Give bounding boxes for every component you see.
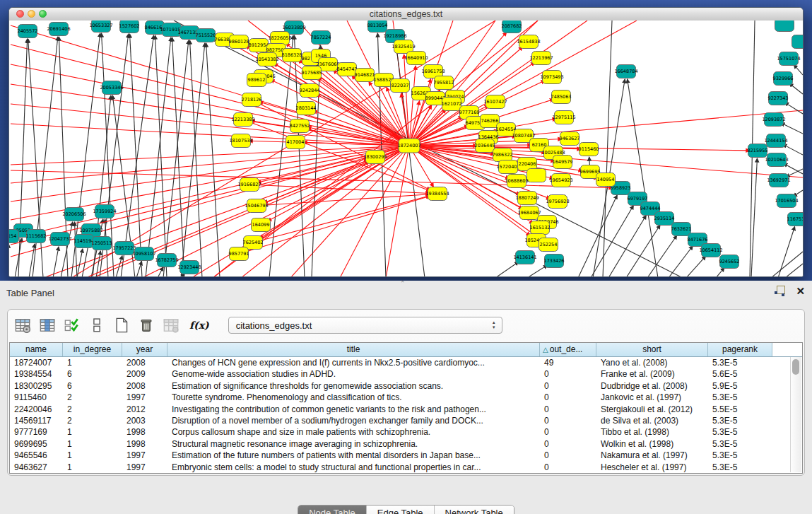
table-panel-body: f(x)citations_edges.txt▲▼ namein_degreey…: [7, 309, 805, 476]
cell-out_de: 0: [540, 426, 596, 438]
network-edge: [686, 256, 706, 276]
vertical-scrollbar[interactable]: [790, 357, 801, 472]
cell-year: 1998: [122, 426, 167, 438]
network-node-label: 12042737: [48, 236, 71, 242]
merge-rows-icon[interactable]: [88, 316, 106, 334]
table-row[interactable]: 911546021997Tourette syndrome. Phenomeno…: [10, 392, 802, 403]
network-edge: [409, 66, 416, 146]
network-node-label: 17016504: [775, 198, 798, 204]
cell-year: 2003: [122, 415, 167, 426]
network-node-label: 15720407: [496, 164, 519, 170]
network-canvas[interactable]: 2405572206914061065332715276028466160107…: [9, 21, 803, 276]
network-node-label: 2803144: [296, 105, 317, 111]
cell-title: Changes of HCN gene expression and I(f) …: [167, 357, 540, 368]
network-node-label: 9115460: [579, 146, 599, 152]
select-columns-icon[interactable]: [38, 316, 57, 334]
network-node-label: 14136141: [513, 255, 536, 260]
column-header-year[interactable]: year: [122, 343, 167, 356]
cell-title: Genome-wide association studies in ADHD.: [167, 368, 540, 380]
network-edge: [386, 146, 409, 276]
table-row[interactable]: 1456911722003Disruption of a novel membe…: [10, 415, 802, 426]
cell-name: 19384554: [10, 368, 63, 380]
close-panel-icon[interactable]: ✕: [796, 286, 805, 296]
cell-out_de: 0: [540, 462, 596, 473]
table-tab-bar: Node TableEdge TableNetwork Table: [8, 505, 804, 514]
cell-short: Tibbo et al. (1998): [596, 426, 708, 438]
table-row[interactable]: 969969511998Structural magnetic resonanc…: [10, 438, 802, 450]
network-node[interactable]: [792, 35, 804, 49]
table-selector-dropdown[interactable]: citations_edges.txt▲▼: [228, 317, 502, 334]
column-header-out_de[interactable]: △out_de...: [540, 343, 596, 356]
float-panel-icon[interactable]: [775, 286, 786, 296]
column-header-pagerank[interactable]: pagerank: [708, 343, 772, 356]
cell-title: Estimation of the future numbers of pati…: [167, 450, 540, 461]
network-node-label: 252254: [540, 242, 558, 247]
network-node[interactable]: [775, 21, 794, 32]
column-header-name[interactable]: name: [10, 343, 63, 356]
network-node[interactable]: [527, 169, 546, 182]
function-builder-icon[interactable]: f(x): [189, 320, 209, 331]
network-node-label: 7625402: [243, 240, 264, 245]
network-node-label: 2935114: [654, 216, 675, 221]
network-node-label: 15046798: [245, 203, 268, 209]
table-row[interactable]: 1938455462009Genome-wide association stu…: [10, 368, 802, 380]
scrollbar-thumb[interactable]: [792, 359, 799, 375]
network-edge: [11, 146, 409, 165]
network-node-label: 19166827: [237, 182, 261, 187]
network-node-label: 9474444: [640, 206, 661, 211]
cell-name: 14569117: [10, 415, 63, 426]
network-edge: [669, 246, 693, 276]
network-node-label: 2718126: [242, 97, 262, 103]
new-document-icon[interactable]: [112, 316, 131, 334]
network-node-label: 746266: [481, 118, 499, 124]
network-window: citations_edges.txt 24055722069140610653…: [8, 7, 804, 277]
cell-out_de: 0: [540, 450, 596, 461]
cell-in_degree: 1: [63, 357, 122, 368]
network-node-label: 20053346: [100, 85, 123, 90]
tab-edge-table[interactable]: Edge Table: [367, 506, 435, 514]
cytoscape-app: citations_edges.txt 24055722069140610653…: [0, 0, 812, 514]
table-row[interactable]: 946362711997Embryonic stem cells: a mode…: [10, 462, 802, 473]
column-header-in_degree[interactable]: in_degree: [63, 343, 122, 356]
network-node-label: 7955812: [434, 80, 454, 86]
table-settings-icon[interactable]: [13, 316, 32, 334]
network-node-label: 7515526: [196, 33, 216, 38]
network-node-label: 1115682: [26, 233, 47, 239]
table-panel-title: Table Panel: [6, 288, 54, 298]
network-edge: [716, 267, 724, 276]
cell-in_degree: 1: [63, 438, 122, 450]
splitter-grip-icon[interactable]: ⌃: [400, 280, 406, 287]
network-edge: [785, 264, 803, 276]
network-node-label: 9242844: [300, 88, 320, 93]
column-header-title[interactable]: title: [167, 343, 540, 356]
tab-network-table[interactable]: Network Table: [435, 506, 514, 514]
desktop-background: citations_edges.txt 24055722069140610653…: [0, 0, 812, 281]
cell-title: Embryonic stem cells: a model to study s…: [167, 462, 540, 473]
network-window-titlebar[interactable]: citations_edges.txt: [9, 8, 803, 21]
network-edge: [647, 235, 677, 276]
cell-in_degree: 1: [63, 462, 122, 473]
import-table-icon[interactable]: [162, 316, 180, 334]
table-row[interactable]: 946554611997Estimation of the future num…: [10, 450, 802, 461]
network-node-label: 10975887: [79, 228, 102, 233]
citation-network-graph[interactable]: 2405572206914061065332715276028466160107…: [9, 21, 803, 276]
delete-table-icon[interactable]: [137, 316, 155, 334]
column-header-short[interactable]: short: [596, 343, 708, 356]
network-node-label: 9245652: [719, 259, 740, 264]
network-edge: [192, 146, 409, 276]
row-checks-icon[interactable]: [63, 316, 81, 334]
network-node-label: 1167533: [787, 216, 803, 222]
table-row[interactable]: 1872400712008Changes of HCN gene express…: [10, 357, 802, 368]
cell-year: 1997: [122, 450, 167, 461]
cell-out_de: 0: [540, 368, 596, 380]
tab-node-table[interactable]: Node Table: [298, 506, 367, 514]
network-edge: [608, 215, 646, 276]
table-row[interactable]: 2242004622012Investigating the contribut…: [10, 404, 802, 415]
table-panel-titlebar: Table Panel ⌃ ✕: [0, 281, 812, 306]
network-node-label: 8427552: [290, 123, 310, 129]
table-row[interactable]: 1830029562008Estimation of significance …: [10, 380, 802, 392]
cell-year: 2012: [122, 404, 167, 415]
table-row[interactable]: 977716911998Corpus callosum shape and si…: [10, 426, 802, 438]
network-edge: [206, 43, 220, 276]
network-node-label: 10210643: [765, 157, 788, 163]
